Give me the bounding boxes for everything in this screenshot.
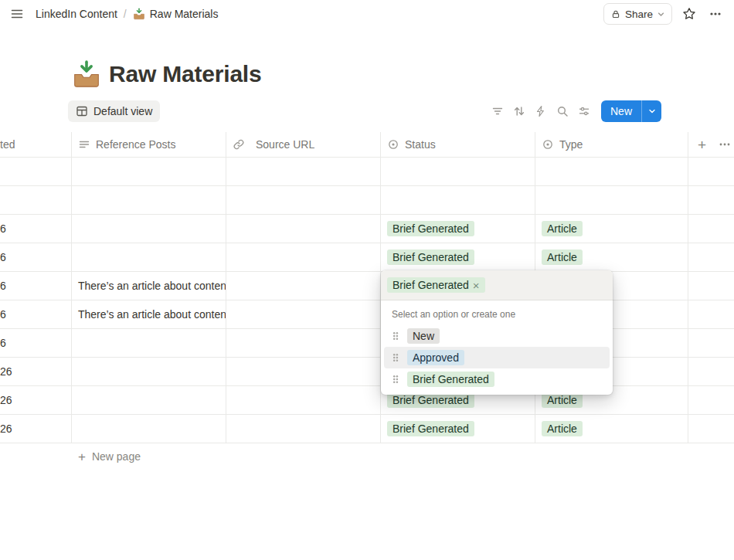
cell-created[interactable]: 6 [0, 215, 72, 243]
cell-source-url[interactable] [226, 186, 381, 214]
drag-handle-icon[interactable] [392, 351, 399, 364]
table-row[interactable]: 6There’s an article about content [0, 272, 734, 300]
cell-status[interactable]: Brief Generated [381, 415, 535, 443]
column-header-status[interactable]: Status [381, 132, 535, 157]
breadcrumb-raw-materials[interactable]: Raw Materials [133, 8, 219, 20]
popup-options-list: New Approved Brief Generated [381, 321, 613, 395]
table-options-icon[interactable] [719, 138, 731, 151]
new-dropdown-chevron-icon[interactable] [641, 100, 661, 122]
table-row[interactable]: 6Brief GeneratedArticle [0, 215, 734, 243]
plus-icon: + [78, 450, 86, 463]
popup-option-brief-generated[interactable]: Brief Generated [384, 368, 610, 390]
cell-type[interactable]: Article [535, 243, 688, 271]
cell-created[interactable]: 6 [0, 272, 72, 300]
cell-extra [688, 329, 734, 357]
cell-source-url[interactable] [226, 158, 381, 185]
table-row[interactable]: 26 [0, 358, 734, 386]
page-title: Raw Materials [109, 61, 261, 87]
cell-reference-posts[interactable] [72, 158, 226, 185]
cell-reference-posts[interactable] [72, 386, 226, 414]
column-header-source-url[interactable]: Source URL [226, 132, 381, 157]
column-header-created[interactable]: ted [0, 132, 72, 157]
table-row[interactable] [0, 186, 734, 215]
status-circle-icon [387, 138, 399, 151]
cell-source-url[interactable] [226, 272, 381, 300]
cell-type[interactable]: Article [535, 215, 688, 243]
table-row[interactable]: 26Brief GeneratedArticle [0, 386, 734, 415]
select-circle-icon [542, 138, 554, 151]
cell-reference-posts[interactable] [72, 329, 226, 357]
table-row[interactable]: 6 [0, 329, 734, 358]
cell-created[interactable]: 26 [0, 358, 72, 385]
more-options-icon[interactable] [706, 5, 725, 23]
cell-source-url[interactable] [226, 243, 381, 271]
cell-source-url[interactable] [226, 215, 381, 243]
table-header-extra: + [688, 132, 734, 157]
cell-created[interactable] [0, 186, 72, 214]
cell-status[interactable]: Brief Generated [381, 215, 535, 243]
table-row[interactable]: 6Brief GeneratedArticle [0, 243, 734, 272]
cell-reference-posts[interactable]: There’s an article about content [72, 272, 226, 300]
database-table: ted Reference Posts Source URL Status [0, 132, 734, 470]
cell-reference-posts[interactable] [72, 358, 226, 385]
new-button[interactable]: New [601, 100, 661, 122]
tag-green: Article [542, 249, 583, 265]
drag-handle-icon[interactable] [392, 330, 399, 342]
cell-status[interactable] [381, 158, 535, 185]
cell-extra [688, 215, 734, 243]
cell-type[interactable] [535, 158, 688, 185]
table-row[interactable]: 26Brief GeneratedArticle [0, 415, 734, 443]
add-column-icon[interactable]: + [698, 137, 706, 152]
column-header-type[interactable]: Type [535, 132, 688, 157]
sidebar-menu-icon[interactable] [8, 5, 26, 23]
cell-created[interactable]: 6 [0, 329, 72, 357]
tag-blue: Approved [407, 350, 464, 365]
popup-option-approved[interactable]: Approved [384, 347, 610, 368]
filter-icon[interactable] [491, 105, 504, 117]
cell-reference-posts[interactable] [72, 415, 226, 443]
automations-bolt-icon[interactable] [535, 105, 547, 117]
cell-status[interactable] [381, 186, 535, 214]
default-view-tab[interactable]: Default view [68, 100, 160, 122]
cell-type[interactable]: Article [535, 415, 688, 443]
remove-tag-icon[interactable]: × [473, 280, 480, 291]
search-icon[interactable] [556, 105, 569, 117]
popup-hint-text: Select an option or create one [381, 300, 613, 321]
inbox-tray-icon [133, 8, 145, 20]
cell-created[interactable]: 6 [0, 300, 72, 328]
cell-reference-posts[interactable] [72, 243, 226, 271]
table-row[interactable]: 6There’s an article about content [0, 300, 734, 329]
favorite-star-icon[interactable] [680, 5, 698, 23]
cell-created[interactable]: 26 [0, 415, 72, 443]
cell-extra [688, 300, 734, 328]
cell-source-url[interactable] [226, 386, 381, 414]
drag-handle-icon[interactable] [392, 373, 399, 385]
cell-reference-posts[interactable]: There’s an article about content [72, 300, 226, 328]
breadcrumb-linkedin-content[interactable]: LinkedIn Content [36, 8, 117, 20]
cell-source-url[interactable] [226, 415, 381, 443]
cell-created[interactable] [0, 158, 72, 185]
cell-source-url[interactable] [226, 300, 381, 328]
text-lines-icon [78, 138, 90, 151]
topbar: LinkedIn Content / Raw Materials Share [0, 0, 734, 28]
cell-reference-posts[interactable] [72, 186, 226, 214]
cell-extra [688, 386, 734, 414]
popup-option-new[interactable]: New [384, 325, 610, 347]
page-inbox-tray-icon[interactable] [72, 59, 101, 89]
popup-selected-area[interactable]: Brief Generated × [381, 270, 613, 300]
cell-status[interactable]: Brief Generated [381, 243, 535, 271]
sort-icon[interactable] [513, 105, 525, 117]
cell-type[interactable] [535, 186, 688, 214]
cell-source-url[interactable] [226, 329, 381, 357]
new-page-button[interactable]: + New page [0, 443, 734, 470]
column-header-reference-posts[interactable]: Reference Posts [72, 132, 226, 157]
cell-created[interactable]: 26 [0, 386, 72, 414]
tag-green: Article [542, 392, 583, 408]
status-select-popup: Brief Generated × Select an option or cr… [381, 270, 613, 395]
cell-source-url[interactable] [226, 358, 381, 385]
view-settings-icon[interactable] [578, 105, 590, 117]
cell-reference-posts[interactable] [72, 215, 226, 243]
cell-created[interactable]: 6 [0, 243, 72, 271]
table-row[interactable] [0, 158, 734, 186]
share-button[interactable]: Share [603, 3, 672, 25]
